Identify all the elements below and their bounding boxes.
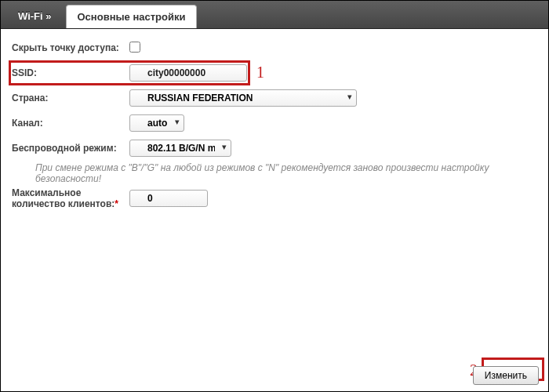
tab-wifi-label: Wi-Fi » <box>18 10 52 22</box>
mode-hint: При смене режима с "B"/"G" на любой из р… <box>35 162 537 184</box>
tab-basic-settings[interactable]: Основные настройки <box>66 5 198 28</box>
settings-form: Скрыть точку доступа: SSID: Страна: <box>1 29 548 209</box>
mode-select[interactable]: 802.11 B/G/N mixed <box>129 140 231 157</box>
apply-button[interactable]: Изменить <box>473 366 539 385</box>
label-hide-ap: Скрыть точку доступа: <box>12 42 129 53</box>
maxclients-input[interactable] <box>129 190 208 207</box>
label-country: Страна: <box>12 93 129 103</box>
apply-button-label: Изменить <box>485 370 527 381</box>
label-channel: Канал: <box>12 118 129 129</box>
country-select[interactable]: RUSSIAN FEDERATION <box>129 89 357 107</box>
checkbox-hide-ap[interactable] <box>129 42 140 53</box>
label-ssid: SSID: <box>12 67 129 78</box>
tab-wifi[interactable]: Wi-Fi » <box>9 4 61 28</box>
channel-select[interactable]: auto <box>129 114 184 132</box>
label-maxclients: Максимальное количество клиентов:* <box>12 187 129 209</box>
label-mode: Беспроводной режим: <box>12 143 129 154</box>
tab-basic-label: Основные настройки <box>78 11 186 23</box>
ssid-input[interactable] <box>129 64 247 82</box>
